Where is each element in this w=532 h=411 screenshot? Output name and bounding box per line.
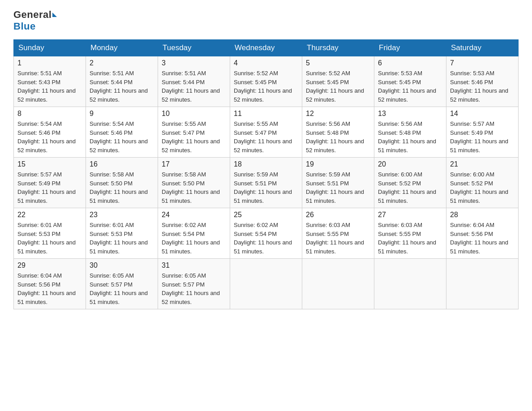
day-number: 9: [90, 110, 154, 118]
day-number: 30: [90, 261, 154, 270]
calendar-cell: 6Sunrise: 5:53 AMSunset: 5:45 PMDaylight…: [374, 56, 446, 107]
day-number: 24: [162, 211, 226, 219]
day-info: Sunrise: 6:03 AMSunset: 5:55 PMDaylight:…: [378, 221, 442, 256]
day-info: Sunrise: 6:04 AMSunset: 5:56 PMDaylight:…: [17, 271, 82, 306]
day-info: Sunrise: 5:59 AMSunset: 5:51 PMDaylight:…: [234, 170, 298, 205]
calendar-cell: 7Sunrise: 5:53 AMSunset: 5:46 PMDaylight…: [446, 56, 519, 107]
day-info: Sunrise: 6:01 AMSunset: 5:53 PMDaylight:…: [90, 221, 154, 256]
calendar-cell: 18Sunrise: 5:59 AMSunset: 5:51 PMDayligh…: [230, 158, 302, 208]
logo-blue-text: Blue: [13, 21, 36, 32]
day-info: Sunrise: 5:57 AMSunset: 5:49 PMDaylight:…: [17, 170, 82, 205]
day-number: 18: [234, 160, 298, 168]
week-row-3: 15Sunrise: 5:57 AMSunset: 5:49 PMDayligh…: [14, 158, 519, 208]
day-number: 3: [162, 59, 226, 67]
calendar-cell: 28Sunrise: 6:04 AMSunset: 5:56 PMDayligh…: [446, 208, 519, 259]
day-number: 23: [90, 211, 154, 219]
day-number: 7: [450, 59, 515, 67]
calendar-cell: 16Sunrise: 5:58 AMSunset: 5:50 PMDayligh…: [86, 158, 158, 208]
weekday-header-thursday: Thursday: [302, 40, 374, 56]
calendar-cell: 21Sunrise: 6:00 AMSunset: 5:52 PMDayligh…: [446, 158, 519, 208]
calendar-cell: 31Sunrise: 6:05 AMSunset: 5:57 PMDayligh…: [158, 259, 230, 309]
logo-arrow-icon: [52, 13, 57, 17]
week-row-5: 29Sunrise: 6:04 AMSunset: 5:56 PMDayligh…: [14, 259, 519, 309]
calendar-cell: 8Sunrise: 5:54 AMSunset: 5:46 PMDaylight…: [14, 107, 86, 158]
day-number: 20: [378, 160, 442, 168]
day-info: Sunrise: 5:52 AMSunset: 5:45 PMDaylight:…: [234, 69, 298, 104]
calendar-cell: 9Sunrise: 5:54 AMSunset: 5:46 PMDaylight…: [86, 107, 158, 158]
calendar-cell: 22Sunrise: 6:01 AMSunset: 5:53 PMDayligh…: [14, 208, 86, 259]
calendar-cell: 10Sunrise: 5:55 AMSunset: 5:47 PMDayligh…: [158, 107, 230, 158]
day-number: 6: [378, 59, 442, 67]
calendar-table: SundayMondayTuesdayWednesdayThursdayFrid…: [13, 39, 519, 309]
day-info: Sunrise: 5:59 AMSunset: 5:51 PMDaylight:…: [306, 170, 370, 205]
calendar-cell: 3Sunrise: 5:51 AMSunset: 5:44 PMDaylight…: [158, 56, 230, 107]
day-number: 31: [162, 261, 226, 270]
calendar-cell: 23Sunrise: 6:01 AMSunset: 5:53 PMDayligh…: [86, 208, 158, 259]
day-number: 11: [234, 110, 298, 118]
day-info: Sunrise: 6:05 AMSunset: 5:57 PMDaylight:…: [162, 271, 226, 306]
calendar-cell: 1Sunrise: 5:51 AMSunset: 5:43 PMDaylight…: [14, 56, 86, 107]
calendar-cell: 30Sunrise: 6:05 AMSunset: 5:57 PMDayligh…: [86, 259, 158, 309]
day-info: Sunrise: 6:05 AMSunset: 5:57 PMDaylight:…: [90, 271, 154, 306]
logo-general-text: General: [13, 9, 51, 21]
calendar-cell: 13Sunrise: 5:56 AMSunset: 5:48 PMDayligh…: [374, 107, 446, 158]
day-info: Sunrise: 6:03 AMSunset: 5:55 PMDaylight:…: [306, 221, 370, 256]
day-info: Sunrise: 5:58 AMSunset: 5:50 PMDaylight:…: [90, 170, 154, 205]
day-info: Sunrise: 5:51 AMSunset: 5:44 PMDaylight:…: [90, 69, 154, 104]
day-info: Sunrise: 5:52 AMSunset: 5:45 PMDaylight:…: [306, 69, 370, 104]
week-row-4: 22Sunrise: 6:01 AMSunset: 5:53 PMDayligh…: [14, 208, 519, 259]
day-info: Sunrise: 5:56 AMSunset: 5:48 PMDaylight:…: [306, 120, 370, 154]
day-info: Sunrise: 5:58 AMSunset: 5:50 PMDaylight:…: [162, 170, 226, 205]
weekday-header-friday: Friday: [374, 40, 446, 56]
day-number: 27: [378, 211, 442, 219]
calendar-cell: 14Sunrise: 5:57 AMSunset: 5:49 PMDayligh…: [446, 107, 519, 158]
day-info: Sunrise: 6:02 AMSunset: 5:54 PMDaylight:…: [234, 221, 298, 256]
weekday-header-wednesday: Wednesday: [230, 40, 302, 56]
day-number: 12: [306, 110, 370, 118]
day-number: 13: [378, 110, 442, 118]
week-row-1: 1Sunrise: 5:51 AMSunset: 5:43 PMDaylight…: [14, 56, 519, 107]
calendar-cell: 19Sunrise: 5:59 AMSunset: 5:51 PMDayligh…: [302, 158, 374, 208]
calendar-cell: 24Sunrise: 6:02 AMSunset: 5:54 PMDayligh…: [158, 208, 230, 259]
day-info: Sunrise: 6:02 AMSunset: 5:54 PMDaylight:…: [162, 221, 226, 256]
day-number: 1: [17, 59, 82, 67]
calendar-cell: 29Sunrise: 6:04 AMSunset: 5:56 PMDayligh…: [14, 259, 86, 309]
day-number: 25: [234, 211, 298, 219]
day-info: Sunrise: 5:53 AMSunset: 5:45 PMDaylight:…: [378, 69, 442, 104]
page-header: General Blue: [13, 9, 519, 32]
calendar-cell: 11Sunrise: 5:55 AMSunset: 5:47 PMDayligh…: [230, 107, 302, 158]
day-number: 29: [17, 261, 82, 270]
calendar-cell: [374, 259, 446, 309]
day-info: Sunrise: 6:00 AMSunset: 5:52 PMDaylight:…: [378, 170, 442, 205]
day-info: Sunrise: 5:55 AMSunset: 5:47 PMDaylight:…: [162, 120, 226, 154]
calendar-cell: [446, 259, 519, 309]
day-number: 4: [234, 59, 298, 67]
day-info: Sunrise: 5:56 AMSunset: 5:48 PMDaylight:…: [378, 120, 442, 154]
calendar-cell: [302, 259, 374, 309]
day-number: 2: [90, 59, 154, 67]
day-info: Sunrise: 5:54 AMSunset: 5:46 PMDaylight:…: [90, 120, 154, 154]
calendar-cell: 2Sunrise: 5:51 AMSunset: 5:44 PMDaylight…: [86, 56, 158, 107]
day-info: Sunrise: 6:01 AMSunset: 5:53 PMDaylight:…: [17, 221, 82, 256]
day-number: 16: [90, 160, 154, 168]
day-number: 28: [450, 211, 515, 219]
calendar-cell: 5Sunrise: 5:52 AMSunset: 5:45 PMDaylight…: [302, 56, 374, 107]
calendar-cell: 20Sunrise: 6:00 AMSunset: 5:52 PMDayligh…: [374, 158, 446, 208]
day-info: Sunrise: 5:54 AMSunset: 5:46 PMDaylight:…: [17, 120, 82, 154]
day-number: 26: [306, 211, 370, 219]
calendar-cell: 15Sunrise: 5:57 AMSunset: 5:49 PMDayligh…: [14, 158, 86, 208]
weekday-header-monday: Monday: [86, 40, 158, 56]
day-number: 15: [17, 160, 82, 168]
logo: General Blue: [13, 9, 57, 32]
calendar-cell: 4Sunrise: 5:52 AMSunset: 5:45 PMDaylight…: [230, 56, 302, 107]
day-number: 22: [17, 211, 82, 219]
weekday-header-sunday: Sunday: [14, 40, 86, 56]
day-info: Sunrise: 5:51 AMSunset: 5:44 PMDaylight:…: [162, 69, 226, 104]
day-info: Sunrise: 6:00 AMSunset: 5:52 PMDaylight:…: [450, 170, 515, 205]
calendar-cell: 17Sunrise: 5:58 AMSunset: 5:50 PMDayligh…: [158, 158, 230, 208]
day-number: 8: [17, 110, 82, 118]
day-info: Sunrise: 5:57 AMSunset: 5:49 PMDaylight:…: [450, 120, 515, 154]
calendar-cell: 12Sunrise: 5:56 AMSunset: 5:48 PMDayligh…: [302, 107, 374, 158]
weekday-header-row: SundayMondayTuesdayWednesdayThursdayFrid…: [14, 40, 519, 56]
day-number: 5: [306, 59, 370, 67]
